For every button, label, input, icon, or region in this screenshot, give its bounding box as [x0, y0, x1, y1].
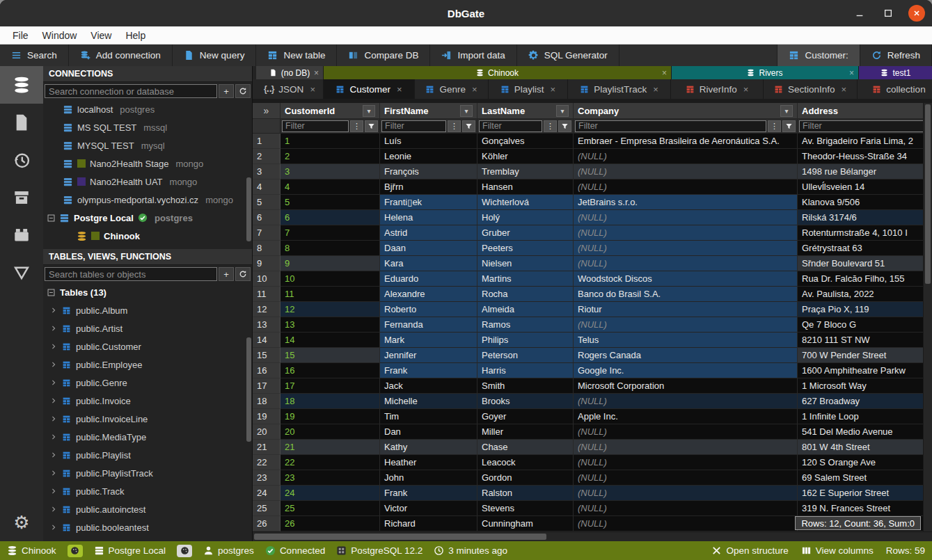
cell-company[interactable]: Microsoft Corporation — [574, 378, 798, 394]
cell-customerid[interactable]: 22 — [281, 455, 380, 470]
chevron-right-icon[interactable] — [50, 397, 57, 404]
filter-menu-icon[interactable]: ⋮ — [448, 120, 461, 132]
add-connection-plus-icon[interactable]: + — [219, 84, 234, 98]
cell-company[interactable]: (NULL) — [574, 486, 798, 501]
grid-corner-button[interactable]: » — [253, 103, 281, 119]
cell-company[interactable]: (NULL) — [574, 256, 798, 271]
cell-company[interactable]: (NULL) — [574, 424, 798, 440]
cell-firstname[interactable]: Leonie — [380, 149, 477, 164]
cell-address[interactable]: 319 N. Frances Street — [798, 501, 932, 516]
row-number[interactable]: 13 — [253, 317, 281, 333]
tables-scrollbar[interactable] — [246, 337, 251, 442]
connection-item[interactable]: MS SQL TESTmssql — [43, 118, 252, 136]
cell-company[interactable]: (NULL) — [574, 317, 798, 333]
cell-lastname[interactable]: Brooks — [477, 394, 574, 409]
close-icon[interactable]: × — [397, 84, 402, 95]
close-icon[interactable]: × — [662, 68, 667, 78]
cell-address[interactable]: 1498 rue Bélanger — [798, 164, 932, 179]
cell-customerid[interactable]: 24 — [281, 486, 380, 501]
toolbar-button-import-data[interactable]: Import data — [430, 45, 516, 66]
table-item[interactable]: public.PlaylistTrack — [43, 464, 252, 482]
row-number[interactable]: 19 — [253, 409, 281, 424]
tables-refresh-icon[interactable] — [235, 267, 251, 281]
filter-input-company[interactable] — [575, 120, 766, 132]
cell-firstname[interactable]: Eduardo — [380, 271, 477, 287]
cell-address[interactable]: Rotenturmstraße 4, 1010 I — [798, 225, 932, 241]
cell-customerid[interactable]: 14 — [281, 333, 380, 348]
toolbar-button-new-query[interactable]: New query — [173, 45, 257, 66]
cell-customerid[interactable]: 13 — [281, 317, 380, 333]
cell-address[interactable]: Av. Paulista, 2022 — [798, 287, 932, 302]
cell-lastname[interactable]: Nielsen — [477, 256, 574, 271]
cell-lastname[interactable]: Miller — [477, 424, 574, 440]
tab-json[interactable]: {‥}JSON× — [256, 79, 324, 99]
connection-color-badge[interactable] — [68, 545, 83, 557]
cell-lastname[interactable]: Peeters — [477, 241, 574, 256]
cell-firstname[interactable]: Tim — [380, 409, 477, 424]
cell-lastname[interactable]: Rocha — [477, 287, 574, 302]
table-item[interactable]: public.Genre — [43, 374, 252, 392]
cell-address[interactable]: 700 W Pender Street — [798, 348, 932, 363]
table-item[interactable]: public.InvoiceLine — [43, 410, 252, 428]
table-item[interactable]: public.MediaType — [43, 428, 252, 446]
toolbar-button-add-connection[interactable]: Add connection — [69, 45, 173, 66]
filter-funnel-icon[interactable] — [365, 120, 378, 132]
table-item[interactable]: public.Playlist — [43, 446, 252, 464]
cell-address[interactable]: Av. Brigadeiro Faria Lima, 2 — [798, 134, 932, 149]
connection-item[interactable]: Nano2Health Stagemongo — [43, 154, 252, 173]
cell-address[interactable]: Sřnder Boulevard 51 — [798, 256, 932, 271]
cell-company[interactable]: (NULL) — [574, 440, 798, 455]
maximize-icon[interactable] — [880, 5, 897, 22]
cell-address[interactable]: Rilská 3174/6 — [798, 210, 932, 225]
status-action-open-structure[interactable]: Open structure — [711, 545, 788, 556]
cell-firstname[interactable]: Roberto — [380, 302, 477, 317]
table-item[interactable]: public.Artist — [43, 319, 252, 337]
column-dropdown-icon[interactable]: ▾ — [363, 105, 375, 117]
vertical-scrollbar[interactable] — [923, 103, 932, 531]
close-icon[interactable] — [908, 5, 925, 22]
connection-item[interactable]: MYSQL TESTmysql — [43, 136, 252, 154]
row-number[interactable]: 23 — [253, 470, 281, 486]
cell-company[interactable]: (NULL) — [574, 516, 798, 531]
cell-address[interactable]: Theodor-Heuss-Straße 34 — [798, 149, 932, 164]
cell-customerid[interactable]: 26 — [281, 516, 380, 531]
cell-firstname[interactable]: Daan — [380, 241, 477, 256]
tab-group-test1[interactable]: test1 — [859, 66, 932, 79]
row-number[interactable]: 4 — [253, 179, 281, 195]
toolbar-button-refresh[interactable]: Refresh — [860, 45, 932, 66]
chevron-right-icon[interactable] — [50, 307, 57, 314]
cell-address[interactable]: Qe 7 Bloco G — [798, 317, 932, 333]
close-icon[interactable]: × — [653, 84, 658, 95]
connection-item[interactable]: localhostpostgres — [43, 100, 252, 118]
cell-firstname[interactable]: Jack — [380, 378, 477, 394]
cell-customerid[interactable]: 17 — [281, 378, 380, 394]
cell-company[interactable]: Woodstock Discos — [574, 271, 798, 287]
cell-firstname[interactable]: Astrid — [380, 225, 477, 241]
table-item[interactable]: public.autoinctest — [43, 500, 252, 518]
toolbar-button-sql-generator[interactable]: SQL Generator — [517, 45, 619, 66]
cell-company[interactable]: Apple Inc. — [574, 409, 798, 424]
filter-input-customerid[interactable] — [282, 120, 349, 132]
cell-lastname[interactable]: Gordon — [477, 470, 574, 486]
cell-company[interactable]: Google Inc. — [574, 363, 798, 378]
sidebar-archive-button[interactable] — [0, 179, 43, 216]
cell-firstname[interactable]: Dan — [380, 424, 477, 440]
cell-lastname[interactable]: Tremblay — [477, 164, 574, 179]
cell-lastname[interactable]: Goyer — [477, 409, 574, 424]
tab-group-rivers[interactable]: Rivers× — [672, 66, 859, 79]
cell-company[interactable]: Telus — [574, 333, 798, 348]
tab-group--no-db-[interactable]: (no DB)× — [256, 66, 324, 79]
close-icon[interactable]: × — [841, 84, 846, 95]
cell-firstname[interactable]: Heather — [380, 455, 477, 470]
sidebar-plugin-button[interactable] — [0, 216, 43, 254]
cell-lastname[interactable]: Leacock — [477, 455, 574, 470]
cell-customerid[interactable]: 10 — [281, 271, 380, 287]
row-number[interactable]: 26 — [253, 516, 281, 531]
cell-firstname[interactable]: John — [380, 470, 477, 486]
row-number[interactable]: 25 — [253, 501, 281, 516]
filter-funnel-icon[interactable] — [462, 120, 475, 132]
collapse-minus-icon[interactable] — [47, 289, 55, 296]
sidebar-database-button[interactable] — [0, 66, 43, 104]
cell-address[interactable]: Praça Pio X, 119 — [798, 302, 932, 317]
cell-address[interactable]: Ullevĺlsveien 14 — [798, 179, 932, 195]
